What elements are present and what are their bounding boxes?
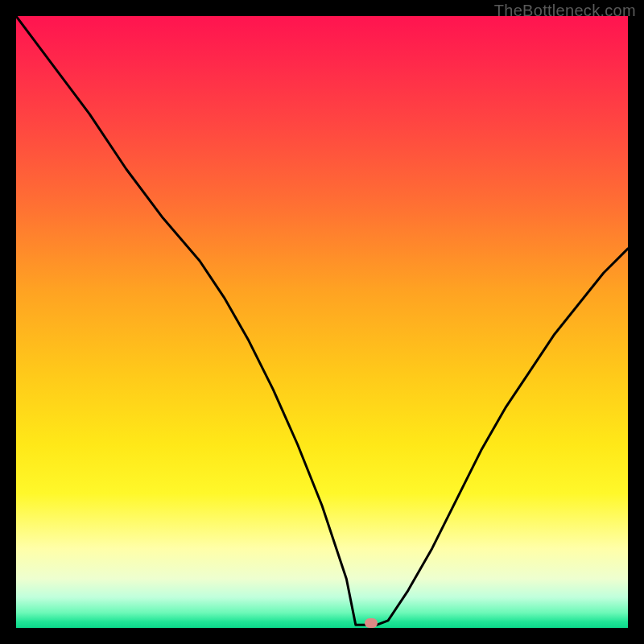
- plot-area: [16, 16, 628, 628]
- gradient-background: [16, 16, 628, 628]
- chart-frame: TheBottleneck.com: [0, 0, 644, 644]
- optimal-point-marker: [365, 618, 378, 628]
